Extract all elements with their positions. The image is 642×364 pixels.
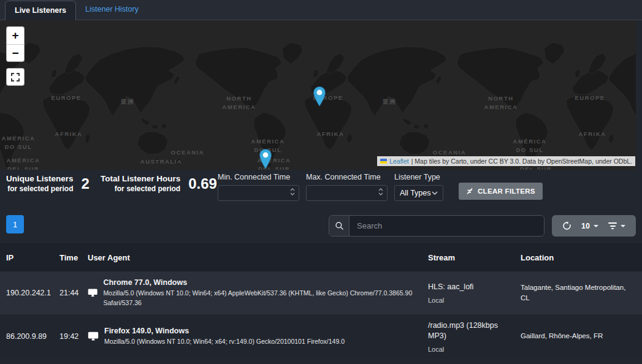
listeners-map[interactable]: EUROPE AFRIKA AMÉRICA DO SUL AMÉRICA DEL… [0,20,636,170]
chevron-down-icon [621,225,625,227]
number-spinner-icon[interactable] [378,188,383,195]
header-ip: IP [6,253,59,262]
stat-subtitle: for selected period [6,184,74,194]
cell-time: 19:42 [59,332,88,341]
cell-user-agent: Chrome 77.0, Windows Mozilla/5.0 (Window… [88,278,428,308]
min-connected-time-input[interactable] [218,186,299,200]
map-attribution: Leaflet | Map tiles by Carto, under CC B… [377,156,635,166]
clear-filters-button[interactable]: CLEAR FILTERS [459,183,543,200]
max-connected-time-label: Max. Connected Time [306,173,388,181]
stat-subtitle: for selected period [101,184,180,194]
listener-type-value: All Types [400,189,431,197]
min-connected-time-label: Min. Connected Time [218,173,299,181]
stat-title: Total Listener Hours [101,174,180,184]
table-row: 190.20.242.1 21:44 Chrome 77.0, Windows … [0,271,642,314]
per-page-dropdown[interactable]: 10 [581,222,598,230]
listener-type-select[interactable]: All Types [394,185,443,201]
table-header: IP Time User Agent Stream Location [0,243,642,271]
listener-marker-icon[interactable] [312,86,327,107]
refresh-button[interactable] [562,221,571,230]
cell-location: Gaillard, Rhône-Alpes, FR [521,331,636,341]
desktop-icon [88,288,97,298]
map-zoom-controls: + − [6,26,25,62]
stream-name: /radio.mp3 (128kbps MP3) [428,320,512,342]
per-page-value: 10 [581,222,590,230]
max-connected-time-input[interactable] [307,186,387,200]
pagination-page-1-button[interactable]: 1 [6,215,24,233]
cell-location: Talagante, Santiago Metropolitan, CL [521,282,636,304]
table-toolbar: 1 10 [0,208,642,243]
filter-off-icon [466,188,473,195]
fullscreen-icon [11,73,20,82]
column-filter-dropdown[interactable] [608,222,625,229]
agent-detail: Mozilla/5.0 (Windows NT 10.0; Win64; x64… [104,336,345,346]
stat-value: 2 [82,175,90,192]
table-row: 86.200.9.89 19:42 Firefox 149.0, Windows… [0,314,642,358]
refresh-icon [562,221,571,230]
ukraine-flag-icon [380,159,387,164]
header-stream: Stream [428,253,521,262]
tab-bar: Live Listeners Listener History [0,0,642,20]
zoom-in-button[interactable]: + [7,27,24,44]
agent-title: Firefox 149.0, Windows [104,327,345,335]
stream-name: HLS: aac_lofi [428,282,512,293]
number-spinner-icon[interactable] [290,188,295,195]
cell-ip: 190.20.242.1 [6,289,59,297]
search-icon [329,216,350,236]
cell-stream: HLS: aac_lofi Local [428,282,521,304]
cell-ip: 86.200.9.89 [6,332,59,341]
stat-value: 0.69 [188,175,217,192]
cell-stream: /radio.mp3 (128kbps MP3) Local [428,320,521,353]
cell-user-agent: Firefox 149.0, Windows Mozilla/5.0 (Wind… [88,327,428,346]
attribution-text: | Map tiles by Carto, under CC BY 3.0. D… [411,157,632,165]
stat-unique-listeners: Unique Listeners for selected period 2 [6,174,90,194]
stream-type: Local [428,346,512,353]
listener-type-label: Listener Type [394,173,443,181]
header-time: Time [59,253,88,262]
fullscreen-button[interactable] [6,68,25,86]
tab-live-listeners[interactable]: Live Listeners [5,1,76,20]
filter-lines-icon [608,222,617,229]
header-user-agent: User Agent [88,253,428,262]
cell-time: 21:44 [59,289,88,297]
stream-type: Local [428,297,512,304]
stats-filter-bar: Unique Listeners for selected period 2 T… [0,170,642,208]
stat-listener-hours: Total Listener Hours for selected period… [101,174,217,194]
search-input[interactable] [350,216,544,236]
desktop-icon [88,332,99,341]
chevron-down-icon [432,191,438,195]
stat-title: Unique Listeners [6,174,74,184]
listener-marker-icon[interactable] [258,149,273,169]
leaflet-link[interactable]: Leaflet [389,157,409,165]
chevron-down-icon [594,225,598,227]
search-group [329,215,545,237]
agent-detail: Mozilla/5.0 (Windows NT 10.0; Win64; x64… [103,288,421,308]
zoom-out-button[interactable]: − [7,44,24,61]
header-location: Location [521,253,636,262]
tab-listener-history[interactable]: Listener History [76,0,148,20]
table-controls-group: 10 [552,215,636,237]
agent-title: Chrome 77.0, Windows [103,278,421,287]
